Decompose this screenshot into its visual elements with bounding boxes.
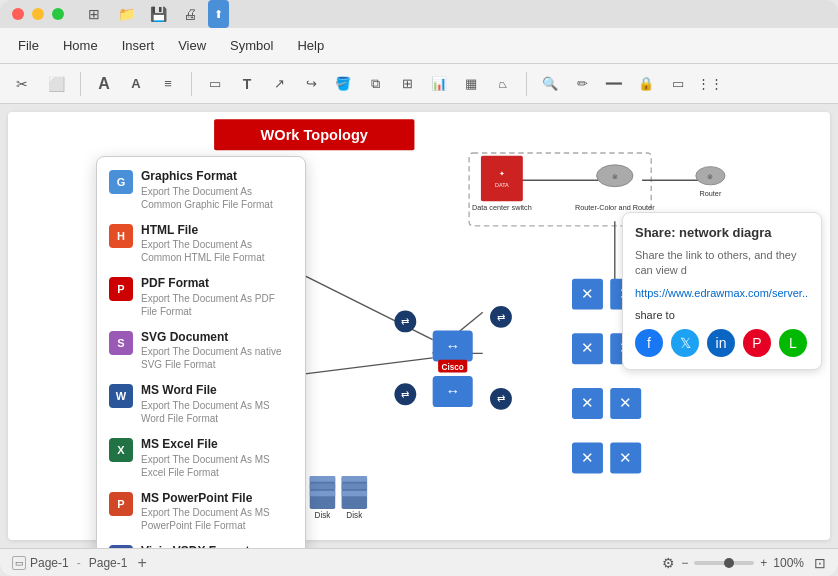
export-graphics-desc: Export The Document As Common Graphic Fi… — [141, 185, 293, 211]
export-ppt-desc: Export The Document As MS PowerPoint Fil… — [141, 506, 293, 532]
export-icon[interactable]: ⬆ — [208, 0, 229, 28]
text-tool-icon[interactable]: T — [234, 71, 260, 97]
lock-icon[interactable]: 🔒 — [633, 71, 659, 97]
new-tab-icon[interactable]: ⊞ — [80, 0, 108, 28]
menu-insert[interactable]: Insert — [112, 34, 165, 57]
settings-icon[interactable]: ⚙ — [662, 555, 675, 571]
svg-text:✕: ✕ — [581, 340, 594, 356]
menu-view[interactable]: View — [168, 34, 216, 57]
maximize-button[interactable] — [52, 8, 64, 20]
copy-btn[interactable]: ⬜ — [42, 70, 70, 98]
page-thumb-icon: ▭ — [12, 556, 26, 570]
menu-file[interactable]: File — [8, 34, 49, 57]
export-excel[interactable]: X MS Excel File Export The Document As M… — [97, 431, 305, 485]
word-icon: W — [109, 384, 133, 408]
export-ppt[interactable]: P MS PowerPoint File Export The Document… — [97, 485, 305, 539]
export-svg[interactable]: S SVG Document Export The Document As na… — [97, 324, 305, 378]
titlebar: ⊞ 📁 💾 🖨 ⬆ — [0, 0, 838, 28]
svg-rect-79 — [310, 476, 335, 481]
pen-icon[interactable]: ✏ — [569, 71, 595, 97]
svg-rect-86 — [342, 491, 367, 496]
zoom-in-btn[interactable]: + — [760, 556, 767, 570]
rect-icon[interactable]: ▭ — [202, 71, 228, 97]
table-icon[interactable]: ▦ — [458, 71, 484, 97]
chart-icon[interactable]: 📊 — [426, 71, 452, 97]
page-tab-name2[interactable]: Page-1 — [89, 556, 128, 570]
svg-text:Router: Router — [699, 189, 721, 198]
svg-icon: S — [109, 331, 133, 355]
toolbar-main: ✂ ⬜ A A ≡ ▭ T ↗ ↪ 🪣 ⧉ ⊞ 📊 ▦ ⏢ 🔍 ✏ ━━ 🔒 ▭… — [0, 64, 838, 104]
menu-help[interactable]: Help — [287, 34, 334, 57]
svg-text:✕: ✕ — [581, 450, 594, 466]
svg-text:Disk: Disk — [346, 511, 363, 520]
export-pdf-name: PDF Format — [141, 276, 293, 292]
minimize-button[interactable] — [32, 8, 44, 20]
pdf-icon: P — [109, 277, 133, 301]
svg-rect-84 — [342, 476, 367, 481]
more-icon[interactable]: ⋮⋮ — [697, 71, 723, 97]
svg-text:⇄: ⇄ — [497, 393, 505, 404]
fill-icon[interactable]: 🪣 — [330, 71, 356, 97]
twitter-share-button[interactable]: 𝕏 — [671, 329, 699, 357]
fit-screen-btn[interactable]: ⊡ — [814, 555, 826, 571]
svg-text:↔: ↔ — [445, 383, 460, 399]
svg-text:Disk: Disk — [315, 511, 332, 520]
cut-btn[interactable]: ✂ — [8, 70, 36, 98]
zoom-out-btn[interactable]: − — [681, 556, 688, 570]
svg-text:✕: ✕ — [581, 395, 594, 411]
close-button[interactable] — [12, 8, 24, 20]
export-menu: G Graphics Format Export The Document As… — [96, 156, 306, 548]
export-svg-desc: Export The Document As native SVG File F… — [141, 345, 293, 371]
search-icon[interactable]: 🔍 — [537, 71, 563, 97]
menu-home[interactable]: Home — [53, 34, 108, 57]
export-html-name: HTML File — [141, 223, 293, 239]
open-icon[interactable]: 📁 — [112, 0, 140, 28]
svg-text:⇄: ⇄ — [401, 389, 409, 400]
export-ppt-name: MS PowerPoint File — [141, 491, 293, 507]
menu-symbol[interactable]: Symbol — [220, 34, 283, 57]
paragraph-icon[interactable]: ≡ — [155, 71, 181, 97]
page-tab-name[interactable]: Page-1 — [30, 556, 69, 570]
zoom-slider[interactable] — [694, 561, 754, 565]
export-html[interactable]: H HTML File Export The Document As Commo… — [97, 217, 305, 271]
line-style-icon[interactable]: ━━ — [601, 71, 627, 97]
page-tab-area: ▭ Page-1 - Page-1 + — [12, 554, 147, 572]
text-icon[interactable]: A — [91, 71, 117, 97]
curve-icon[interactable]: ↪ — [298, 71, 324, 97]
visio-icon: V — [109, 545, 133, 548]
export-visio[interactable]: V Visio VSDX Format Export The Document … — [97, 538, 305, 548]
save-icon[interactable]: 💾 — [144, 0, 172, 28]
share-link[interactable]: https://www.edrawmax.com/server.. — [635, 287, 809, 299]
html-icon: H — [109, 224, 133, 248]
linkedin-share-button[interactable]: in — [707, 329, 735, 357]
line-icon[interactable]: ↗ — [266, 71, 292, 97]
svg-text:✦: ✦ — [499, 169, 505, 178]
align-icon[interactable]: ⊞ — [394, 71, 420, 97]
svg-text:⇄: ⇄ — [401, 316, 409, 327]
export-graphics-name: Graphics Format — [141, 169, 293, 185]
ppt-icon: P — [109, 492, 133, 516]
facebook-share-button[interactable]: f — [635, 329, 663, 357]
pinterest-share-button[interactable]: P — [743, 329, 771, 357]
line-share-button[interactable]: L — [779, 329, 807, 357]
export-word[interactable]: W MS Word File Export The Document As MS… — [97, 377, 305, 431]
frame-icon[interactable]: ▭ — [665, 71, 691, 97]
connector-icon[interactable]: ⏢ — [490, 71, 516, 97]
layers-icon[interactable]: ⧉ — [362, 71, 388, 97]
svg-text:⊗: ⊗ — [707, 172, 713, 181]
share-title: Share: network diagra — [635, 225, 809, 240]
svg-text:WOrk Topology: WOrk Topology — [261, 127, 369, 143]
svg-line-11 — [287, 358, 433, 376]
svg-text:Data center switch: Data center switch — [472, 203, 532, 212]
svg-text:↔: ↔ — [445, 338, 460, 354]
zoom-level: 100% — [773, 556, 804, 570]
svg-rect-14 — [481, 156, 523, 202]
export-pdf[interactable]: P PDF Format Export The Document As PDF … — [97, 270, 305, 324]
add-page-btn[interactable]: + — [137, 554, 146, 572]
zoom-controls: ⚙ − + 100% ⊡ — [662, 555, 826, 571]
share-panel: Share: network diagra Share the link to … — [622, 212, 822, 370]
print-icon[interactable]: 🖨 — [176, 0, 204, 28]
export-graphics[interactable]: G Graphics Format Export The Document As… — [97, 163, 305, 217]
text-small-icon[interactable]: A — [123, 71, 149, 97]
export-excel-name: MS Excel File — [141, 437, 293, 453]
